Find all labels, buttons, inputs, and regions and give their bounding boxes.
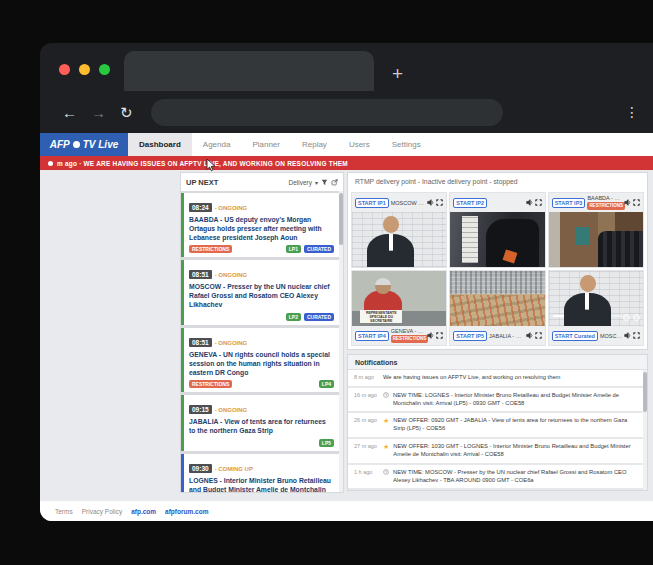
new-tab-button[interactable]: + [392, 64, 403, 83]
video-progress-bar[interactable] [553, 315, 622, 317]
video-thumbnail-moscow[interactable] [352, 212, 446, 267]
curated-badge: CURATED [304, 245, 334, 253]
video-thumbnail-baabda[interactable] [549, 212, 643, 267]
logo-afp-text: AFP [50, 139, 70, 150]
event-time: 08:51 [189, 270, 212, 279]
event-status: - COMING UP [215, 466, 253, 472]
event-status: - ONGOING [215, 407, 248, 413]
alert-banner: m ago · WE ARE HAVING ISSUES ON AFPTV LI… [40, 156, 653, 170]
speaker-nameplate: REPRESENTANTE SPECIALE DU SECRETAIRE GEN… [360, 310, 402, 323]
video-fullscreen-icon[interactable] [633, 314, 640, 321]
tile-title: GENEVA - UN rights cou... [391, 328, 426, 334]
notification-text: NEW OFFER: 0920 GMT - JABALIA - View of … [393, 417, 637, 433]
event-title: LOGNES - Interior Minister Bruno Retaill… [189, 477, 334, 492]
notification-text: NEW OFFER: 1030 GMT - LOGNES - Interior … [393, 443, 637, 459]
start-ip1-button[interactable]: START IP1 [355, 198, 389, 208]
event-title: JABALIA - View of tents area for returne… [189, 418, 334, 436]
fullscreen-icon[interactable] [633, 332, 640, 339]
tab-users[interactable]: Users [338, 133, 381, 156]
video-thumbnail-jabalia[interactable] [450, 271, 544, 326]
start-ip4-button[interactable]: START IP4 [355, 331, 389, 341]
tile-title: MOSCOW - Pres... [600, 333, 622, 339]
tab-settings[interactable]: Settings [381, 133, 432, 156]
up-next-list: 08:24- ONGOING BAABDA - US deputy envoy'… [181, 191, 339, 492]
delivery-dropdown[interactable]: Delivery [289, 179, 312, 186]
audio-icon[interactable] [427, 199, 434, 206]
lp-badge: LP2 [286, 313, 301, 321]
terms-link[interactable]: Terms [55, 508, 73, 515]
notification-item[interactable]: 16 m ago NEW TIME: LOGNES - Interior Min… [348, 388, 643, 412]
browser-tab[interactable] [124, 51, 374, 91]
up-next-scrollbar[interactable] [339, 191, 343, 492]
tab-replay[interactable]: Replay [291, 133, 338, 156]
scrollbar-thumb[interactable] [643, 372, 647, 412]
video-grid: START IP1 MOSCOW - Presser by t... START… [351, 192, 644, 346]
notifications-scrollbar[interactable] [643, 370, 647, 490]
audio-icon[interactable] [624, 199, 631, 206]
privacy-policy-link[interactable]: Privacy Policy [82, 508, 122, 515]
alert-icon [48, 161, 53, 166]
video-thumbnail-geneva[interactable]: REPRESENTANTE SPECIALE DU SECRETAIRE GEN… [352, 271, 446, 326]
rtmp-panel-title: RTMP delivery point - Inactive delivery … [348, 173, 647, 188]
browser-menu-icon[interactable]: ⋮ [625, 104, 639, 120]
audio-icon[interactable] [526, 199, 533, 206]
restrictions-badge: RESTRICTIONS [189, 380, 232, 388]
fullscreen-icon[interactable] [535, 199, 542, 206]
afp-tv-live-logo[interactable]: AFP TV Live [40, 133, 128, 156]
maximize-window-button[interactable] [99, 64, 110, 75]
tab-agenda[interactable]: Agenda [192, 133, 242, 156]
reload-icon[interactable]: ↻ [120, 105, 133, 120]
up-next-panel: UP NEXT Delivery ▾ 08:24- ONGO [180, 172, 344, 493]
notification-item[interactable]: 27 m ago ★ NEW OFFER: 1030 GMT - LOGNES … [348, 439, 643, 463]
audio-icon[interactable] [624, 332, 631, 339]
notification-text: NEW TIME: MOSCOW - Presser by the UN nuc… [393, 469, 637, 485]
tab-dashboard[interactable]: Dashboard [128, 133, 192, 156]
start-ip5-button[interactable]: START IP5 [453, 331, 487, 341]
video-tile-curated: START Curated MOSCOW - Pres... [548, 270, 644, 346]
video-tile-ip3: START IP3 BAABDA - US deputy en... RESTR… [548, 192, 644, 268]
video-thumbnail-garage[interactable] [450, 212, 544, 267]
event-item-jabalia[interactable]: 09:15- ONGOING JABALIA - View of tents a… [181, 395, 339, 451]
restrictions-badge: RESTRICTIONS [587, 202, 625, 209]
notification-time: 1 h ago [354, 469, 379, 475]
start-ip3-button[interactable]: START IP3 [552, 198, 586, 208]
logo-dot-icon [73, 141, 80, 148]
event-item-moscow[interactable]: 08:51- ONGOING MOSCOW - Presser by the U… [181, 260, 339, 324]
tile-title: JABALIA - View of tents ... [489, 333, 524, 339]
start-ip2-button[interactable]: START IP2 [453, 198, 487, 208]
tab-planner[interactable]: Planner [241, 133, 291, 156]
address-bar[interactable] [151, 99, 503, 126]
notification-item[interactable]: 8 m ago We are having issues on AFPTV Li… [348, 370, 643, 386]
event-item-lognes[interactable]: 09:30- COMING UP LOGNES - Interior Minis… [181, 454, 339, 492]
lp-badge: LP4 [319, 380, 334, 388]
event-status: - ONGOING [215, 205, 248, 211]
back-icon[interactable]: ← [62, 105, 77, 120]
video-thumbnail-moscow-curated[interactable] [549, 271, 643, 326]
event-item-geneva[interactable]: 08:51- ONGOING GENEVA - UN rights counci… [181, 328, 339, 392]
audio-icon[interactable] [427, 332, 434, 339]
notifications-panel: Notifications 8 m ago We are having issu… [347, 354, 648, 491]
forward-icon[interactable]: → [91, 105, 106, 120]
notification-item[interactable]: 26 m ago ★ NEW OFFER: 0920 GMT - JABALIA… [348, 413, 643, 437]
afpforum-com-link[interactable]: afpforum.com [165, 508, 208, 515]
external-link-icon[interactable] [331, 179, 338, 186]
fullscreen-icon[interactable] [633, 199, 640, 206]
browser-toolbar: ← → ↻ ⋮ [40, 91, 653, 133]
up-next-header: UP NEXT Delivery ▾ [181, 173, 343, 191]
fullscreen-icon[interactable] [436, 332, 443, 339]
rtmp-delivery-panel: RTMP delivery point - Inactive delivery … [347, 172, 648, 350]
event-time: 09:15 [189, 405, 212, 414]
event-item-baabda[interactable]: 08:24- ONGOING BAABDA - US deputy envoy'… [181, 193, 339, 257]
audio-icon[interactable] [526, 332, 533, 339]
filter-icon[interactable] [321, 179, 328, 186]
start-curated-button[interactable]: START Curated [552, 331, 598, 341]
fullscreen-icon[interactable] [436, 199, 443, 206]
scrollbar-thumb[interactable] [339, 193, 343, 245]
afp-com-link[interactable]: afp.com [131, 508, 156, 515]
minimize-window-button[interactable] [79, 64, 90, 75]
notification-time: 27 m ago [354, 443, 379, 449]
close-window-button[interactable] [59, 64, 70, 75]
video-settings-icon[interactable] [623, 314, 630, 321]
fullscreen-icon[interactable] [535, 332, 542, 339]
notification-item[interactable]: 1 h ago NEW TIME: MOSCOW - Presser by th… [348, 465, 643, 489]
